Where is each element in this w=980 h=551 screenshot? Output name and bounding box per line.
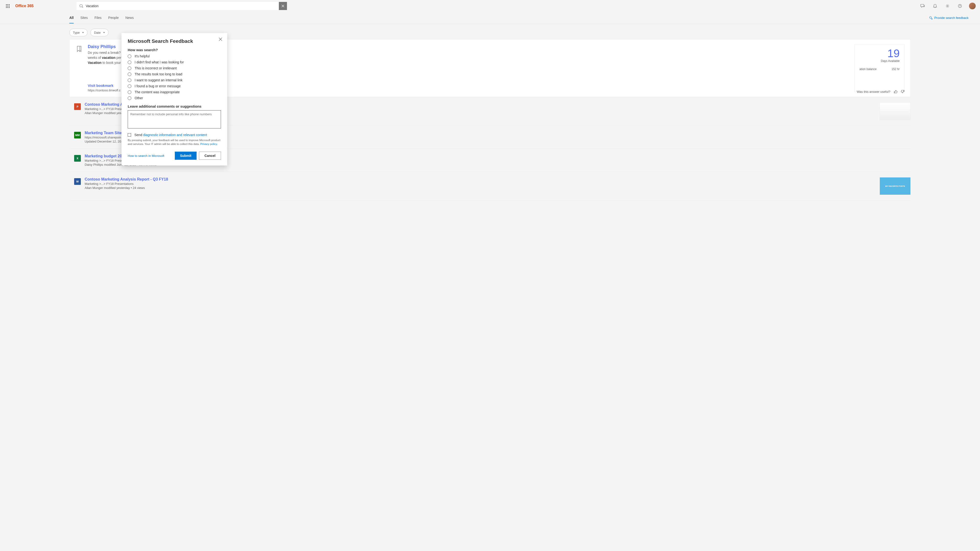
close-icon[interactable] (218, 37, 223, 41)
filter-type[interactable]: Type (69, 29, 88, 37)
thumbs-up-icon[interactable] (894, 90, 897, 94)
app-header: Office 365 (0, 0, 980, 12)
result-path: Marketing >...> FY18 Presentations (85, 182, 876, 186)
bookmark-icon (75, 45, 83, 53)
radio-icon (128, 91, 131, 94)
useful-prompt: Was this answer useful? (857, 90, 905, 94)
app-launcher-icon[interactable] (2, 0, 13, 12)
diagnostic-checkbox-row[interactable]: Send diagnostic information and relevant… (128, 133, 221, 137)
radio-option-5[interactable]: I found a bug or error message (128, 84, 221, 88)
radio-icon (128, 54, 131, 58)
stat-days-value: 19 (859, 48, 900, 59)
chat-icon[interactable] (917, 0, 928, 12)
radio-icon (128, 61, 131, 64)
thumbs-down-icon[interactable] (901, 90, 905, 94)
doc-type-icon: X (74, 155, 81, 162)
clear-search-button[interactable] (279, 2, 287, 10)
doc-type-icon: P (74, 104, 81, 110)
result-thumbnail: MY FAVORITE POSTS (880, 177, 911, 195)
tab-files[interactable]: Files (94, 13, 102, 24)
privacy-link[interactable]: Privacy policy. (200, 143, 218, 145)
result-thumbnail (880, 102, 911, 120)
comments-textarea[interactable] (128, 110, 221, 128)
stat-balance-row: ation balance152 hr (859, 67, 900, 71)
filter-date[interactable]: Date (91, 29, 108, 37)
result-row: WContoso Marketing Analysis Report - Q3 … (69, 172, 911, 201)
stat-days-label: Days Available (859, 59, 900, 63)
svg-rect-4 (921, 4, 924, 7)
search-icon (80, 4, 83, 8)
svg-point-8 (929, 16, 931, 18)
provide-feedback-link[interactable]: Provide search feedback (929, 16, 969, 20)
svg-point-5 (947, 5, 948, 7)
svg-point-0 (80, 5, 83, 7)
radio-option-7[interactable]: Other (128, 96, 221, 100)
disclaimer-text: By pressing submit, your feedback will b… (128, 138, 221, 146)
checkbox-icon[interactable] (128, 133, 131, 137)
modal-comments-label: Leave additional comments or suggestions (128, 104, 221, 108)
result-title[interactable]: Contoso Marketing Analysis Report - Q3 F… (85, 177, 876, 182)
radio-option-1[interactable]: I didn't find what I was looking for (128, 60, 221, 64)
help-link[interactable]: How to search in Microsoft (128, 154, 164, 158)
brand-name[interactable]: Office 365 (15, 4, 33, 8)
doc-type-icon: W (74, 178, 81, 185)
modal-question: How was search? (128, 48, 221, 52)
modal-title: Microsoft Search Feedback (128, 38, 221, 44)
radio-option-3[interactable]: The results took too long to load (128, 72, 221, 76)
radio-option-2[interactable]: This is incorrect or irrelevant (128, 66, 221, 70)
modal-footer: How to search in Microsoft Submit Cancel (128, 151, 221, 160)
chevron-down-icon (82, 32, 84, 33)
tab-people[interactable]: People (108, 13, 119, 24)
header-actions (917, 0, 978, 12)
tab-sites[interactable]: Sites (80, 13, 88, 24)
bell-icon[interactable] (929, 0, 941, 12)
svg-point-7 (960, 7, 960, 7)
search-tabs: All Sites Files People News (69, 13, 134, 24)
tab-all[interactable]: All (69, 13, 74, 24)
radio-icon (128, 96, 131, 100)
radio-icon (128, 67, 131, 70)
diagnostic-link[interactable]: diagnostic information and relevant cont… (143, 133, 207, 137)
chevron-down-icon (103, 32, 105, 33)
radio-option-4[interactable]: I want to suggest an internal link (128, 78, 221, 82)
avatar[interactable] (969, 3, 976, 10)
search-container (76, 2, 287, 10)
feedback-icon (929, 16, 933, 20)
doc-type-icon: MM (74, 132, 81, 139)
search-box[interactable] (76, 2, 279, 10)
close-icon (281, 4, 285, 8)
gear-icon[interactable] (942, 0, 953, 12)
radio-list: It's helpfulI didn't find what I was loo… (128, 54, 221, 100)
feedback-modal: Microsoft Search Feedback How was search… (121, 33, 227, 166)
result-meta: Allan Munger modified yesterday • 24 vie… (85, 186, 876, 190)
svg-line-1 (82, 7, 83, 8)
submit-button[interactable]: Submit (175, 151, 197, 160)
tab-news[interactable]: News (125, 13, 134, 24)
radio-icon (128, 72, 131, 76)
search-input[interactable] (86, 4, 276, 8)
radio-option-6[interactable]: The content was inappropriate (128, 90, 221, 94)
help-icon[interactable] (954, 0, 966, 12)
radio-option-0[interactable]: It's helpful (128, 54, 221, 58)
cancel-button[interactable]: Cancel (199, 151, 221, 160)
vacation-stat-card: 19 Days Available ation balance152 hr (854, 44, 905, 92)
radio-icon (128, 78, 131, 82)
tabs-row: All Sites Files People News Provide sear… (0, 12, 980, 24)
radio-icon (128, 84, 131, 88)
